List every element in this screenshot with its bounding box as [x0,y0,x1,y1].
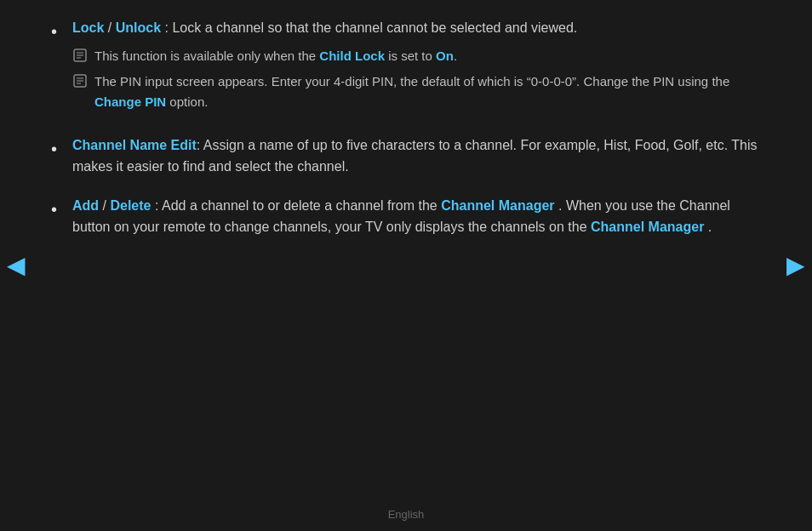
channel-manager-link-2[interactable]: Channel Manager [591,220,704,234]
add-delete-text-end: . [708,220,712,234]
on-link[interactable]: On [436,49,454,63]
note-icon-1 [72,48,88,63]
note-text-2: The PIN input screen appears. Enter your… [94,71,761,112]
list-item-add-delete: • Add / Delete : Add a channel to or del… [51,195,761,238]
add-delete-text: Add / Delete : Add a channel to or delet… [72,198,730,235]
separator-1: / [108,20,116,35]
main-content: • Lock / Unlock : Lock a channel so that… [0,0,812,272]
nav-arrow-left[interactable]: ◀ [7,248,26,283]
change-pin-link[interactable]: Change PIN [94,94,166,109]
nav-arrow-right[interactable]: ▶ [786,248,805,283]
note-item-1: This function is available only when the… [72,46,761,66]
item-content-1: Lock / Unlock : Lock a channel so that t… [72,17,761,117]
content-list: • Lock / Unlock : Lock a channel so that… [51,17,761,238]
item-content-3: Add / Delete : Add a channel to or delet… [72,195,761,238]
add-delete-text-before: : Add a channel to or delete a channel f… [155,198,441,213]
note-text-1: This function is available only when the… [94,46,457,66]
channel-name-edit-text: Channel Name Edit: Assign a name of up t… [72,138,758,174]
lock-unlock-text: Lock / Unlock : Lock a channel so that t… [72,20,577,35]
note-item-2: The PIN input screen appears. Enter your… [72,71,761,112]
channel-manager-link-1[interactable]: Channel Manager [441,198,554,213]
unlock-link[interactable]: Unlock [116,20,161,35]
lock-link[interactable]: Lock [72,20,104,35]
item-content-2: Channel Name Edit: Assign a name of up t… [72,134,761,178]
list-item-channel-name-edit: • Channel Name Edit: Assign a name of up… [51,134,761,178]
delete-link[interactable]: Delete [110,198,151,213]
lock-main-text: : Lock a channel so that the channel can… [165,20,578,35]
footer-language: English [388,506,425,523]
note-icon-2 [72,73,88,88]
list-item-lock-unlock: • Lock / Unlock : Lock a channel so that… [51,17,761,117]
lock-notes: This function is available only when the… [72,46,761,112]
child-lock-link[interactable]: Child Lock [319,49,385,63]
bullet-dot-2: • [51,136,57,162]
bullet-dot-1: • [51,19,57,44]
add-link[interactable]: Add [72,198,99,213]
channel-name-edit-link[interactable]: Channel Name Edit [72,138,197,152]
bullet-dot-3: • [51,197,57,222]
